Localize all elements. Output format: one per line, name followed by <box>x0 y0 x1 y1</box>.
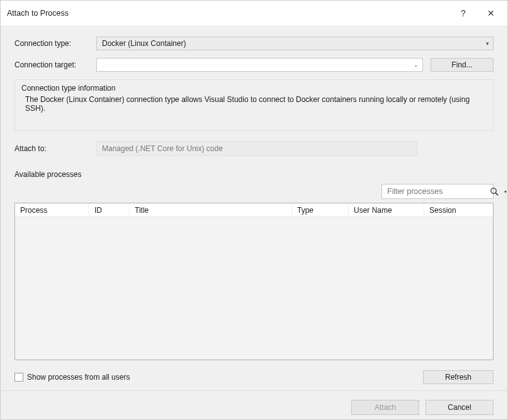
connection-type-combo[interactable]: Docker (Linux Container) ▾ <box>96 37 494 50</box>
col-user[interactable]: User Name <box>349 203 424 217</box>
refresh-button[interactable]: Refresh <box>423 370 494 384</box>
svg-point-0 <box>491 188 496 193</box>
titlebar: Attach to Process ? ✕ <box>1 1 507 26</box>
table-header: Process ID Title Type User Name Session <box>15 203 493 217</box>
dialog-content: Connection type: Docker (Linux Container… <box>1 26 507 390</box>
connection-type-info: Connection type information The Docker (… <box>14 79 494 131</box>
col-session[interactable]: Session <box>424 203 493 217</box>
table-body <box>15 217 493 360</box>
process-table[interactable]: Process ID Title Type User Name Session <box>14 203 494 360</box>
col-title[interactable]: Title <box>130 203 292 217</box>
filter-processes-input[interactable] <box>387 187 486 196</box>
find-button[interactable]: Find... <box>431 58 494 72</box>
search-icon[interactable] <box>490 187 499 196</box>
close-button[interactable]: ✕ <box>477 4 505 22</box>
col-id[interactable]: ID <box>89 203 130 217</box>
dialog-footer: Attach Cancel <box>1 390 507 420</box>
col-type[interactable]: Type <box>292 203 349 217</box>
help-icon: ? <box>461 8 466 18</box>
info-description: The Docker (Linux Container) connection … <box>21 95 487 113</box>
connection-type-value: Docker (Linux Container) <box>102 39 186 48</box>
connection-target-label: Connection target: <box>14 60 89 69</box>
connection-target-input[interactable]: ⌄ <box>96 58 423 72</box>
show-all-users-label: Show processes from all users <box>27 373 130 382</box>
info-title: Connection type information <box>21 84 487 93</box>
filter-processes-box[interactable]: ▾ <box>381 184 494 199</box>
svg-line-1 <box>495 193 498 195</box>
show-all-users-checkbox[interactable] <box>14 373 23 382</box>
col-process[interactable]: Process <box>15 203 89 217</box>
attach-to-label: Attach to: <box>14 144 89 153</box>
connection-type-label: Connection type: <box>14 39 89 48</box>
attach-to-value: Managed (.NET Core for Unix) code <box>96 141 417 156</box>
chevron-down-icon: ▾ <box>486 40 489 47</box>
dialog-title: Attach to Process <box>7 9 449 18</box>
help-button[interactable]: ? <box>449 4 477 22</box>
attach-button[interactable]: Attach <box>351 400 419 415</box>
close-icon: ✕ <box>487 8 495 18</box>
chevron-down-icon[interactable]: ▾ <box>503 189 508 195</box>
attach-to-process-dialog: Attach to Process ? ✕ Connection type: D… <box>0 0 508 420</box>
cancel-button[interactable]: Cancel <box>426 400 494 415</box>
chevron-down-icon: ⌄ <box>414 62 419 68</box>
available-processes-label: Available processes <box>14 170 494 179</box>
